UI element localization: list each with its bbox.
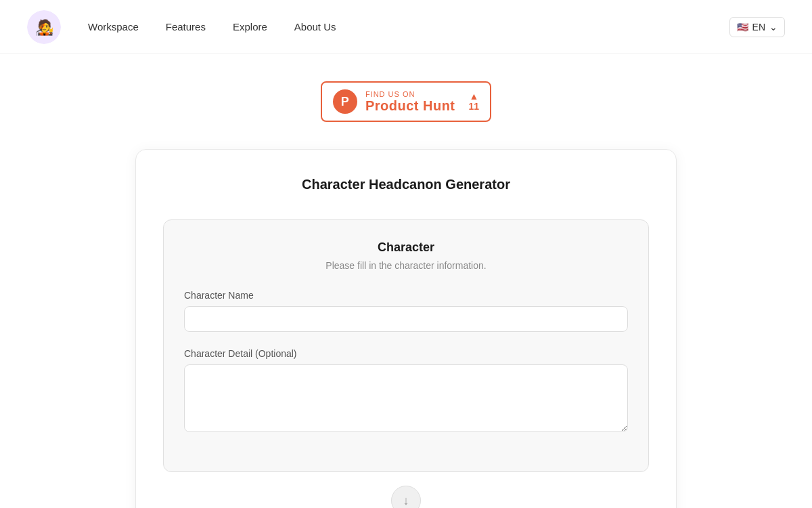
nav-links: Workspace Features Explore About Us xyxy=(88,21,729,33)
main-content: P FIND US ON Product Hunt ▲ 11 Character… xyxy=(0,54,812,508)
nav-workspace[interactable]: Workspace xyxy=(88,21,139,33)
nav-about-us[interactable]: About Us xyxy=(294,21,336,33)
lang-code: EN xyxy=(752,22,765,33)
chevron-down-icon: ↓ xyxy=(403,494,409,508)
character-detail-textarea[interactable] xyxy=(184,364,628,432)
nav-features[interactable]: Features xyxy=(166,21,206,33)
form-card: Character Please fill in the character i… xyxy=(163,219,649,472)
ph-vote-count: 11 xyxy=(469,101,480,112)
navbar: 🧑‍🎤 Workspace Features Explore About Us … xyxy=(0,0,812,54)
character-name-label: Character Name xyxy=(184,290,628,301)
form-card-title: Character xyxy=(184,240,628,255)
logo[interactable]: 🧑‍🎤 xyxy=(27,10,61,44)
character-detail-label: Character Detail (Optional) xyxy=(184,348,628,359)
product-hunt-badge[interactable]: P FIND US ON Product Hunt ▲ 11 xyxy=(321,81,491,122)
chevron-down-icon: ⌄ xyxy=(769,22,777,33)
bottom-circle-button[interactable]: ↓ xyxy=(391,486,421,508)
ph-votes-block: ▲ 11 xyxy=(469,91,480,112)
character-name-field: Character Name xyxy=(184,290,628,332)
flag-icon: 🇺🇸 xyxy=(737,22,748,33)
form-card-subtitle: Please fill in the character information… xyxy=(184,260,628,271)
language-selector[interactable]: 🇺🇸 EN ⌄ xyxy=(729,17,785,37)
main-card: Character Headcanon Generator Character … xyxy=(135,149,677,508)
character-name-input[interactable] xyxy=(184,306,628,332)
nav-explore[interactable]: Explore xyxy=(233,21,267,33)
character-detail-field: Character Detail (Optional) xyxy=(184,348,628,435)
ph-logo-icon: P xyxy=(333,89,357,114)
ph-find-us-label: FIND US ON xyxy=(365,90,455,98)
ph-upvote-arrow: ▲ xyxy=(469,91,478,101)
card-title: Character Headcanon Generator xyxy=(163,177,649,192)
svg-text:🧑‍🎤: 🧑‍🎤 xyxy=(35,18,54,37)
card-bottom-peek: ↓ xyxy=(163,486,649,508)
ph-name-label: Product Hunt xyxy=(365,98,455,114)
ph-text-block: FIND US ON Product Hunt xyxy=(365,90,455,114)
